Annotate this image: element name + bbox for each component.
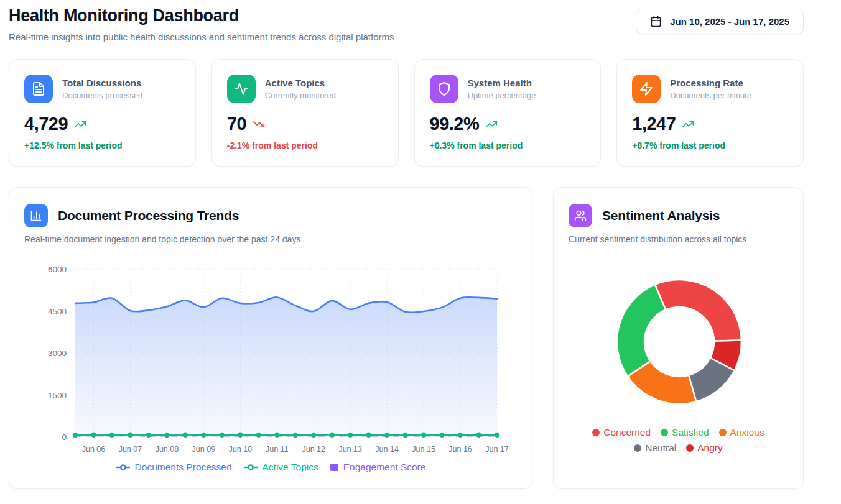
svg-text:Jun 08: Jun 08 <box>156 445 179 454</box>
stat-value: 4,729 <box>24 114 68 134</box>
legend-label: Neutral <box>645 442 676 454</box>
page-title: Health Monitoring Dashboard <box>9 6 394 25</box>
svg-text:Jun 11: Jun 11 <box>266 445 289 454</box>
line-chart-legend: Documents ProcessedActive TopicsEngageme… <box>24 462 517 473</box>
svg-text:Jun 15: Jun 15 <box>412 445 435 454</box>
dashboard-page: Health Monitoring Dashboard Real-time in… <box>9 0 804 489</box>
stat-label: Total Discussions <box>62 78 142 88</box>
donut-slice-satisfied[interactable] <box>617 285 666 377</box>
stat-card-active-topics: Active Topics Currently monitored 70 -2.… <box>211 59 399 167</box>
stat-trend-text: -2.1% from last period <box>227 140 383 150</box>
stat-card-total-discussions: Total Discussions Documents processed 4,… <box>9 59 196 167</box>
line-chart-plot[interactable]: 01500300045006000Jun 06Jun 07Jun 08Jun 0… <box>24 260 518 458</box>
svg-text:0: 0 <box>62 433 67 442</box>
legend-label: Engagement Score <box>343 462 426 473</box>
square-marker-icon <box>330 463 339 472</box>
svg-text:Jun 12: Jun 12 <box>302 445 325 454</box>
svg-text:1500: 1500 <box>48 391 67 400</box>
stat-sublabel: Uptime percentage <box>468 91 536 100</box>
stat-sublabel: Documents processed <box>62 91 142 100</box>
date-range-picker[interactable]: Jun 10, 2025 - Jun 17, 2025 <box>636 9 804 34</box>
svg-text:Jun 14: Jun 14 <box>375 445 399 454</box>
stat-value: 70 <box>227 114 246 134</box>
dot-marker-icon <box>592 429 600 436</box>
line-dot-marker-icon <box>116 464 131 471</box>
sentiment-legend-item-satisfied[interactable]: Satisfied <box>661 427 709 438</box>
stat-sublabel: Documents per minute <box>670 91 751 100</box>
donut-chart-plot[interactable] <box>569 267 790 417</box>
svg-text:Jun 16: Jun 16 <box>448 445 472 454</box>
sentiment-legend-item-neutral[interactable]: Neutral <box>634 442 676 454</box>
calendar-icon <box>650 16 662 27</box>
trending-up-icon <box>74 118 86 131</box>
trending-up-icon <box>682 118 694 131</box>
line-dot-marker-icon <box>243 464 258 471</box>
legend-item-documents-processed[interactable]: Documents Processed <box>116 462 232 473</box>
stat-cards-row: Total Discussions Documents processed 4,… <box>9 59 804 167</box>
svg-text:Jun 06: Jun 06 <box>82 445 106 454</box>
stat-sublabel: Currently monitored <box>265 91 336 100</box>
stat-label: System Health <box>468 78 536 88</box>
svg-text:Jun 17: Jun 17 <box>485 445 509 454</box>
legend-label: Concerned <box>603 427 651 438</box>
trending-up-icon <box>485 118 498 131</box>
charts-row: Document Processing Trends Real-time doc… <box>9 187 804 489</box>
trends-panel-title: Document Processing Trends <box>58 208 239 223</box>
stat-label: Processing Rate <box>670 78 751 88</box>
svg-text:Jun 13: Jun 13 <box>338 445 362 454</box>
svg-text:4500: 4500 <box>48 307 67 316</box>
bar-chart-icon <box>24 204 48 227</box>
sentiment-panel-title: Sentiment Analysis <box>602 208 720 223</box>
legend-item-engagement-score[interactable]: Engagement Score <box>330 462 426 473</box>
svg-text:3000: 3000 <box>48 349 67 358</box>
sentiment-analysis-panel: Sentiment Analysis Current sentiment dis… <box>553 187 804 489</box>
sentiment-panel-subtitle: Current sentiment distribution across al… <box>569 234 788 244</box>
stat-trend-text: +8.7% from last period <box>632 140 788 150</box>
stat-value: 1,247 <box>632 114 676 134</box>
document-processing-trends-panel: Document Processing Trends Real-time doc… <box>9 187 532 489</box>
sentiment-legend-item-concerned[interactable]: Concerned <box>592 427 651 438</box>
dot-marker-icon <box>686 444 694 452</box>
svg-text:Jun 07: Jun 07 <box>119 445 142 454</box>
legend-label: Angry <box>697 442 723 454</box>
legend-item-active-topics[interactable]: Active Topics <box>243 462 318 473</box>
legend-label: Anxious <box>730 427 764 438</box>
sentiment-legend-item-angry[interactable]: Angry <box>686 442 723 454</box>
file-text-icon <box>24 75 53 103</box>
page-subtitle: Real-time insights into public health di… <box>9 32 394 42</box>
stat-trend-text: +0.3% from last period <box>430 140 586 150</box>
svg-text:6000: 6000 <box>48 265 67 274</box>
sentiment-legend-item-anxious[interactable]: Anxious <box>719 427 764 438</box>
shield-icon <box>430 75 458 103</box>
stat-card-system-health: System Health Uptime percentage 99.2% +0… <box>414 59 602 167</box>
svg-text:Jun 09: Jun 09 <box>192 445 216 454</box>
header-text: Health Monitoring Dashboard Real-time in… <box>9 4 394 42</box>
donut-slice-concerned[interactable] <box>655 280 741 341</box>
trends-panel-subtitle: Real-time document ingestion and topic d… <box>24 234 517 244</box>
legend-label: Satisfied <box>672 427 709 438</box>
stat-card-processing-rate: Processing Rate Documents per minute 1,2… <box>616 59 804 167</box>
stat-value: 99.2% <box>430 114 480 134</box>
users-icon <box>569 204 592 227</box>
page-header: Health Monitoring Dashboard Real-time in… <box>9 4 804 42</box>
legend-label: Active Topics <box>263 462 318 473</box>
trending-down-icon <box>253 118 265 131</box>
dot-marker-icon <box>661 429 668 436</box>
zap-icon <box>632 75 661 103</box>
dot-marker-icon <box>719 429 727 436</box>
legend-label: Documents Processed <box>135 462 232 473</box>
dot-marker-icon <box>634 444 641 452</box>
stat-trend-text: +12.5% from last period <box>24 140 180 150</box>
stat-label: Active Topics <box>265 78 336 88</box>
activity-icon <box>227 75 256 103</box>
donut-chart-legend: ConcernedSatisfiedAnxiousNeutralAngry <box>571 427 786 454</box>
svg-text:Jun 10: Jun 10 <box>229 445 253 454</box>
date-range-label: Jun 10, 2025 - Jun 17, 2025 <box>670 16 789 27</box>
